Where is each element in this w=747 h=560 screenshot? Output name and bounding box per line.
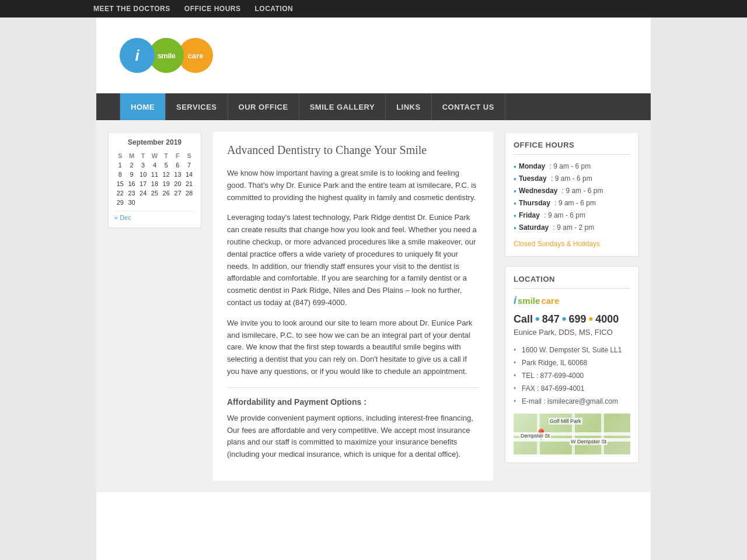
content-area: September 2019 SMTWTFS 12345678910111213… [96,120,651,492]
calendar-cell[interactable]: 10 [137,170,149,179]
closed-text: Closed Sundays & Holidays [514,240,630,248]
calendar-cell[interactable]: 1 [114,160,126,170]
calendar-cell[interactable]: 30 [126,198,138,207]
office-hours-title: OFFICE HOURS [514,141,630,155]
calendar-cell[interactable]: 16 [126,179,138,188]
calendar-cell [183,198,195,207]
affordability-heading: Affordability and Payment Options : [227,397,479,407]
calendar-cell[interactable]: 17 [137,179,149,188]
calendar-cell[interactable]: 20 [172,179,184,188]
calendar-row: 2930 [114,198,195,207]
calendar-header-cell: M [126,151,138,160]
calendar-header-cell: T [160,151,172,160]
calendar-cell[interactable]: 13 [172,170,184,179]
calendar-header-cell: F [172,151,184,160]
calendar-cell[interactable]: 6 [172,160,184,170]
calendar-cell[interactable]: 14 [183,170,195,179]
nav-smile-gallery[interactable]: SMILE GALLERY [299,93,386,120]
map-placeholder[interactable]: 📍 Golf Mill Park Dempster St W Dempster … [514,414,630,454]
calendar-row: 22232425262728 [114,188,195,198]
location-address2: Park Ridge, IL 60068 [514,356,630,369]
calendar-body: 1234567891011121314151617181920212223242… [114,160,195,207]
nav-services[interactable]: SERVICES [166,93,228,120]
calendar-cell[interactable]: 25 [149,188,160,198]
calendar-prev-link[interactable]: « Dec [114,214,131,221]
calendar-table: SMTWTFS 12345678910111213141516171819202… [114,151,195,207]
calendar-cell[interactable]: 28 [183,188,195,198]
calendar-cell[interactable]: 4 [149,160,160,170]
calendar-cell[interactable]: 5 [160,160,172,170]
calendar-cell[interactable]: 7 [183,160,195,170]
logo-area: i smile care [120,38,213,73]
top-bar: MEET THE DOCTORS OFFICE HOURS LOCATION [0,0,747,18]
location-box: LOCATION i smile care Call • 847 • 699 •… [505,266,639,463]
hours-list-item: Friday : 9 am - 6 pm [514,209,630,222]
calendar-cell[interactable]: 9 [126,170,138,179]
nav-home[interactable]: HOME [120,93,166,120]
location-tel: TEL : 877-699-4000 [514,369,630,382]
hours-list-item: Monday : 9 am - 6 pm [514,160,630,173]
call-dot3: • [589,313,594,326]
logo-circle-blue: i [120,38,155,73]
calendar-cell[interactable]: 15 [114,179,126,188]
phone-part1: 847 [542,313,560,326]
calendar-cell[interactable]: 26 [160,188,172,198]
call-dot1: • [535,313,540,326]
nav-our-office[interactable]: OUR OFFICE [228,93,299,120]
calendar-cell[interactable]: 21 [183,179,195,188]
calendar-header-cell: S [183,151,195,160]
left-sidebar: September 2019 SMTWTFS 12345678910111213… [108,132,201,481]
location-email: E-mail : ismilecare@gmail.com [514,395,630,408]
logo-circles: i smile care [120,38,213,73]
main-para3: We invite you to look around our site to… [227,317,479,378]
main-nav: HOME SERVICES OUR OFFICE SMILE GALLERY L… [96,93,651,120]
calendar-cell[interactable]: 2 [126,160,138,170]
call-label: Call [514,313,533,326]
map-label-w-dempster: W Dempster St [570,438,608,445]
nav-contact-us[interactable]: CONTACT US [432,93,505,120]
hours-list-item: Thursday : 9 am - 6 pm [514,197,630,209]
logo-i-text: i [514,295,516,307]
main-para4: We provide convenient payment options, i… [227,412,479,461]
calendar-header-cell: S [114,151,126,160]
calendar-widget: September 2019 SMTWTFS 12345678910111213… [108,132,201,228]
right-sidebar: OFFICE HOURS Monday : 9 am - 6 pmTuesday… [505,132,639,481]
hours-list-item: Saturday : 9 am - 2 pm [514,222,630,234]
calendar-cell[interactable]: 19 [160,179,172,188]
map-label-dempster: Dempster St [519,432,551,439]
ismilecare-logo: i smile care [514,295,630,307]
calendar-cell[interactable]: 18 [149,179,160,188]
logo-care-text: care [541,296,559,306]
calendar-row: 891011121314 [114,170,195,179]
calendar-cell[interactable]: 11 [149,170,160,179]
dentist-name: Eunice Park, DDS, MS, FICO [514,328,630,337]
top-nav-location[interactable]: LOCATION [254,5,293,13]
calendar-cell[interactable]: 3 [137,160,149,170]
call-dot2: • [562,313,567,326]
calendar-cell[interactable]: 12 [160,170,172,179]
phone-part2: 699 [568,313,586,326]
calendar-cell[interactable]: 27 [172,188,184,198]
calendar-title: September 2019 [114,138,195,146]
calendar-cell[interactable]: 29 [114,198,126,207]
header: i smile care [96,18,651,93]
office-hours-box: OFFICE HOURS Monday : 9 am - 6 pmTuesday… [505,132,639,257]
map-inner: 📍 Golf Mill Park Dempster St W Dempster … [514,414,630,454]
calendar-cell[interactable]: 8 [114,170,126,179]
calendar-cell [172,198,184,207]
calendar-cell[interactable]: 24 [137,188,149,198]
top-nav-meet-doctors[interactable]: MEET THE DOCTORS [93,5,170,13]
hours-list-item: Wednesday : 9 am - 6 pm [514,185,630,197]
hours-list-item: Tuesday : 9 am - 6 pm [514,173,630,185]
calendar-nav: « Dec [114,211,195,222]
nav-links[interactable]: LINKS [386,93,432,120]
calendar-cell[interactable]: 22 [114,188,126,198]
calendar-cell[interactable]: 23 [126,188,138,198]
location-list: 1600 W. Dempster St, Suite LL1 Park Ridg… [514,344,630,408]
main-para1: We know how important having a great smi… [227,167,479,204]
phone-part3: 4000 [595,313,619,326]
top-nav-office-hours[interactable]: OFFICE HOURS [184,5,241,13]
main-content: Advanced Dentistry to Change Your Smile … [213,132,493,481]
location-title: LOCATION [514,275,630,289]
hours-list: Monday : 9 am - 6 pmTuesday : 9 am - 6 p… [514,160,630,234]
